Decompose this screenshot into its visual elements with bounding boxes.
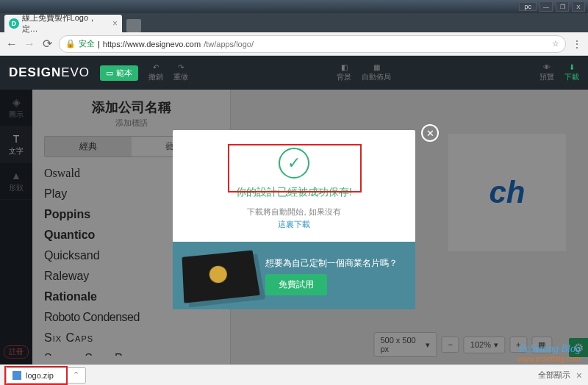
window-maximize-button[interactable]: ❐ (556, 1, 569, 12)
new-tab-button[interactable] (126, 19, 141, 32)
download-filename: logo.zip (26, 371, 54, 380)
browser-tab-strip: D 線上免費製作Logo，定… × (0, 13, 588, 32)
modal-overlay: ✕ ✓ 你的設計已經被成功保存! 下載將自動開始, 如果沒有 這裏下載 想要為自… (0, 90, 588, 364)
promo-text: 想要為自己定制一個商業名片嗎？ (265, 256, 398, 270)
redo-icon: ↷ (178, 63, 184, 71)
forward-button[interactable]: → (24, 37, 35, 51)
downloads-bar: logo.zip ⌃ 全部顯示 × (0, 364, 588, 385)
window-minimize-button[interactable]: — (539, 1, 553, 12)
modal-promo: 想要為自己定制一個商業名片嗎？ 免費試用 (173, 242, 415, 309)
reload-button[interactable]: ⟳ (41, 37, 53, 51)
undo-icon: ↶ (153, 63, 159, 71)
close-downloads-bar[interactable]: × (576, 370, 582, 381)
browser-menu-button[interactable]: ⋮ (572, 38, 582, 50)
undo-button[interactable]: ↶撤銷 (148, 63, 163, 82)
layout-icon: ▦ (373, 63, 380, 71)
show-all-downloads[interactable]: 全部顯示 (538, 370, 570, 381)
address-bar: ← → ⟳ 🔒 安全 | https://www.designevo.com/t… (0, 32, 588, 56)
palette-icon: ◧ (341, 63, 348, 71)
download-item[interactable]: logo.zip ⌃ (6, 367, 86, 384)
chevron-up-icon[interactable]: ⌃ (73, 370, 79, 380)
redo-button[interactable]: ↷重做 (173, 63, 188, 82)
bookmark-star-icon[interactable]: ☆ (552, 39, 559, 48)
modal-close-button[interactable]: ✕ (421, 124, 439, 142)
auto-layout-button[interactable]: ▦自動佈局 (362, 63, 391, 82)
window-close-button[interactable]: X (572, 1, 585, 12)
favicon-icon: D (9, 18, 19, 29)
pc-label: pc (519, 2, 537, 11)
eye-icon: 👁 (543, 63, 551, 71)
main-area: ◈圖示 T文字 ▲形狀 註冊 添加公司名稱 添加標語 經典 藝術 Oswald … (0, 90, 588, 364)
success-message: 你的設計已經被成功保存! (184, 186, 404, 199)
url-host: https://www.designevo.com (103, 40, 201, 48)
secure-label: 安全 (79, 38, 95, 49)
download-hint: 下載將自動開始, 如果沒有 (184, 206, 404, 217)
url-input[interactable]: 🔒 安全 | https://www.designevo.com/tw/apps… (59, 35, 566, 53)
download-link[interactable]: 這裏下載 (184, 219, 404, 230)
template-button[interactable]: ▭ 範本 (100, 65, 138, 81)
success-check-icon: ✓ (279, 148, 309, 179)
app-logo: DESIGNEVO (9, 65, 90, 80)
close-icon: ✕ (426, 128, 434, 139)
tab-title: 線上免費製作Logo，定… (22, 12, 110, 35)
business-card-image (182, 251, 260, 303)
window-titlebar: pc — ❐ X (0, 0, 588, 13)
back-button[interactable]: ← (6, 37, 18, 51)
preview-button[interactable]: 👁預覽 (539, 63, 554, 82)
download-icon: ⬇ (569, 63, 575, 71)
browser-tab[interactable]: D 線上免費製作Logo，定… × (4, 15, 122, 32)
background-button[interactable]: ◧背景 (337, 63, 351, 82)
file-icon (12, 371, 21, 380)
lock-icon: 🔒 (65, 39, 76, 48)
url-path: /tw/apps/logo/ (204, 40, 254, 48)
download-button[interactable]: ⬇下載 (564, 63, 579, 82)
success-modal: ✕ ✓ 你的設計已經被成功保存! 下載將自動開始, 如果沒有 這裏下載 想要為自… (173, 130, 415, 309)
app-toolbar: DESIGNEVO ▭ 範本 ↶撤銷 ↷重做 ◧背景 ▦自動佈局 👁預覽 ⬇下載 (0, 56, 588, 90)
free-trial-button[interactable]: 免費試用 (265, 274, 327, 295)
tab-close-icon[interactable]: × (112, 18, 118, 29)
